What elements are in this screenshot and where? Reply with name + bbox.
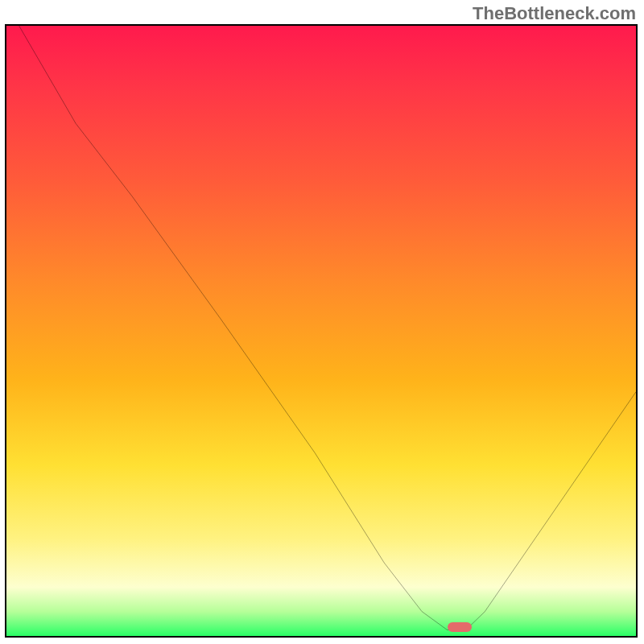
watermark-text: TheBottleneck.com	[473, 3, 636, 24]
sweet-spot-marker	[448, 622, 472, 632]
plot-area	[5, 24, 638, 638]
bottleneck-curve	[6, 26, 636, 636]
